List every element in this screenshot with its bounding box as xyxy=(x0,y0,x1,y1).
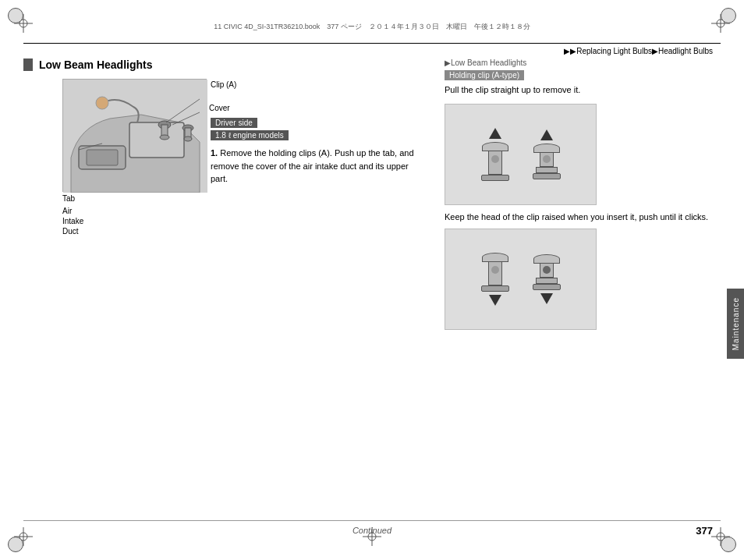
clip-item-left-insert xyxy=(481,253,509,306)
clip-label: Clip (A) xyxy=(211,80,236,89)
arrow-down-icon-2 xyxy=(540,293,553,304)
section-title-bar xyxy=(23,58,33,71)
corner-decoration-br xyxy=(721,537,736,552)
page-number: 377 xyxy=(696,525,713,537)
driver-side-badge: Driver side xyxy=(211,118,257,128)
main-content: Low Beam Headlights xyxy=(23,58,721,521)
step1-text: 1. Remove the holding clips (A). Push up… xyxy=(211,147,421,186)
clip-base-normal xyxy=(533,173,561,179)
clip-pin-raised xyxy=(491,155,499,163)
clip-body-raised xyxy=(488,151,502,175)
clip-body-normal xyxy=(540,153,554,167)
right-column: ▶Low Beam Headlights Holding clip (A-typ… xyxy=(445,58,717,336)
corner-decoration-tr xyxy=(721,8,736,23)
clip-item-right-insert xyxy=(533,254,561,304)
svg-point-21 xyxy=(160,135,169,140)
svg-point-24 xyxy=(184,136,192,141)
clip-pin-insert-l xyxy=(491,266,499,274)
air-intake-duct-label: AirIntakeDuct xyxy=(62,206,83,236)
continued-label: Continued xyxy=(353,526,391,535)
clip-cap-2 xyxy=(533,144,560,153)
clip-item-right-pull xyxy=(533,129,561,179)
corner-decoration-tl xyxy=(8,8,23,23)
keep-raised-text: Keep the head of the clip raised when yo… xyxy=(445,211,717,223)
pull-instruction-text: Pull the clip straight up to remove it. xyxy=(445,84,717,96)
engine-badge: 1.8 ℓ engine models xyxy=(211,130,289,140)
clip-body-insert-r xyxy=(540,264,554,278)
header-divider xyxy=(23,43,721,44)
clip-illustrations-pull xyxy=(445,105,596,204)
step-text-block: Driver side 1.8 ℓ engine models 1. Remov… xyxy=(211,118,421,186)
maintenance-tab-label: Maintenance xyxy=(732,297,740,350)
clip-illustrations-insert xyxy=(445,229,596,329)
footer-divider xyxy=(23,520,721,521)
clip-base-insert-r xyxy=(533,284,561,290)
insert-clip-illustration xyxy=(445,229,597,330)
maintenance-tab: Maintenance xyxy=(727,289,744,359)
clip-cap-insert-l xyxy=(482,253,508,262)
diagram-image xyxy=(62,79,207,192)
clip-base-insert-l xyxy=(481,285,509,292)
step1-body: Remove the holding clips (A). Push up th… xyxy=(211,148,414,183)
diagram-area: Clip (A) Cover Tab AirIntakeDuct Driver … xyxy=(23,79,265,235)
clip-flange-insert-r xyxy=(536,278,558,284)
left-column: Low Beam Headlights xyxy=(23,58,265,235)
tab-label: Tab xyxy=(62,194,75,203)
section-title-text: Low Beam Headlights xyxy=(39,58,152,71)
book-title: 11 CIVIC 4D_SI-31TR36210.book 377 ページ ２０… xyxy=(43,22,701,32)
corner-decoration-bl xyxy=(8,537,23,552)
breadcrumb-prefix: ▶▶ xyxy=(564,47,576,55)
clip-pin-insert-r xyxy=(543,266,551,274)
svg-rect-18 xyxy=(129,122,184,158)
clip-pin-normal xyxy=(543,155,551,163)
breadcrumb: ▶▶Replacing Light Bulbs▶Headlight Bulbs xyxy=(564,47,713,55)
clip-base-raised xyxy=(481,175,509,181)
step1-number: 1. xyxy=(211,148,218,158)
svg-rect-17 xyxy=(87,150,118,165)
breadcrumb-part2: Headlight Bulbs xyxy=(658,47,713,55)
arrow-down-icon xyxy=(489,295,501,306)
clip-cap-insert-r xyxy=(533,254,560,264)
arrow-up-icon xyxy=(489,128,501,139)
holding-clip-badge: Holding clip (A-type) xyxy=(445,70,524,80)
breadcrumb-arrow: ▶ xyxy=(652,47,658,55)
cover-label: Cover xyxy=(209,104,230,112)
clip-item-left-pull xyxy=(481,128,509,181)
clip-flange xyxy=(536,167,558,173)
svg-point-25 xyxy=(96,97,108,109)
section-title-container: Low Beam Headlights xyxy=(23,58,265,71)
breadcrumb-part1: Replacing Light Bulbs xyxy=(576,47,652,55)
clip-cap xyxy=(482,142,508,151)
subsection-label: ▶Low Beam Headlights xyxy=(445,58,717,67)
clip-body-insert-l xyxy=(488,262,502,285)
arrow-up-icon-2 xyxy=(540,129,553,140)
pull-clip-illustration xyxy=(445,104,597,205)
